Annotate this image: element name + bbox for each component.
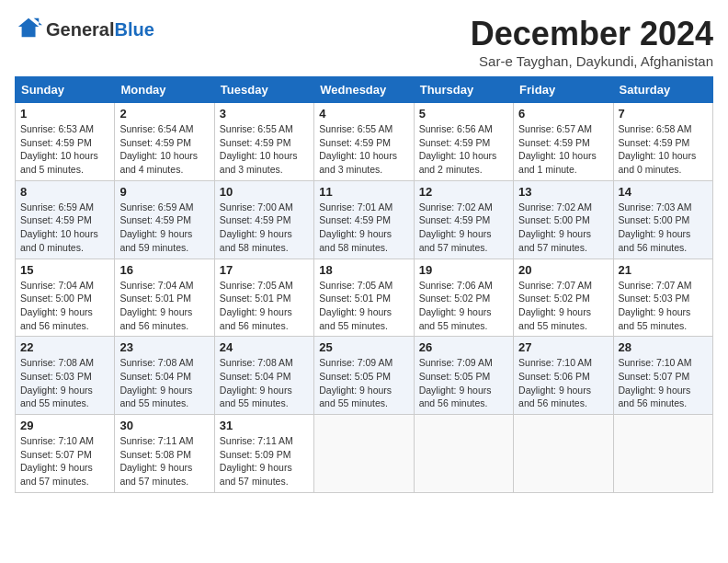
logo: GeneralBlue <box>15 15 154 44</box>
calendar-week-row: 1 Sunrise: 6:53 AM Sunset: 4:59 PM Dayli… <box>16 103 713 181</box>
day-info: Sunrise: 6:59 AM Sunset: 4:59 PM Dayligh… <box>119 201 193 253</box>
day-number: 9 <box>119 185 209 199</box>
day-number: 31 <box>220 419 309 432</box>
calendar-cell <box>514 415 613 493</box>
title-block: December 2024 Sar-e Tayghan, Daykundi, A… <box>471 15 713 69</box>
calendar-cell <box>613 415 712 493</box>
calendar-cell: 29 Sunrise: 7:10 AM Sunset: 5:07 PM Dayl… <box>16 415 115 493</box>
calendar-week-row: 15 Sunrise: 7:04 AM Sunset: 5:00 PM Dayl… <box>16 259 713 337</box>
day-info: Sunrise: 7:11 AM Sunset: 5:08 PM Dayligh… <box>119 435 193 487</box>
day-info: Sunrise: 6:53 AM Sunset: 4:59 PM Dayligh… <box>20 123 98 175</box>
day-number: 22 <box>20 340 109 354</box>
day-number: 16 <box>119 263 209 277</box>
day-info: Sunrise: 6:59 AM Sunset: 4:59 PM Dayligh… <box>20 201 98 253</box>
logo-blue: Blue <box>114 19 154 40</box>
calendar-cell: 23 Sunrise: 7:08 AM Sunset: 5:04 PM Dayl… <box>115 337 214 415</box>
day-number: 14 <box>619 185 708 199</box>
day-number: 19 <box>419 263 508 277</box>
day-number: 24 <box>220 340 309 354</box>
day-number: 23 <box>119 340 209 354</box>
logo-icon <box>17 15 42 40</box>
day-number: 1 <box>20 107 109 121</box>
calendar-cell: 8 Sunrise: 6:59 AM Sunset: 4:59 PM Dayli… <box>16 180 115 259</box>
day-info: Sunrise: 7:04 AM Sunset: 5:00 PM Dayligh… <box>20 280 94 331</box>
day-number: 17 <box>220 263 309 277</box>
calendar-cell: 9 Sunrise: 6:59 AM Sunset: 4:59 PM Dayli… <box>115 180 214 259</box>
day-info: Sunrise: 7:05 AM Sunset: 5:01 PM Dayligh… <box>220 280 293 331</box>
calendar-cell: 19 Sunrise: 7:06 AM Sunset: 5:02 PM Dayl… <box>414 259 513 337</box>
calendar-cell: 28 Sunrise: 7:10 AM Sunset: 5:07 PM Dayl… <box>613 337 712 415</box>
calendar-cell: 15 Sunrise: 7:04 AM Sunset: 5:00 PM Dayl… <box>16 259 115 337</box>
day-number: 4 <box>319 107 408 121</box>
day-number: 18 <box>319 263 408 277</box>
calendar-cell: 12 Sunrise: 7:02 AM Sunset: 4:59 PM Dayl… <box>414 180 513 259</box>
day-info: Sunrise: 7:07 AM Sunset: 5:02 PM Dayligh… <box>518 280 592 331</box>
day-info: Sunrise: 7:00 AM Sunset: 4:59 PM Dayligh… <box>220 201 293 253</box>
day-info: Sunrise: 7:07 AM Sunset: 5:03 PM Dayligh… <box>619 280 692 331</box>
calendar-cell: 2 Sunrise: 6:54 AM Sunset: 4:59 PM Dayli… <box>115 103 214 181</box>
calendar-cell: 20 Sunrise: 7:07 AM Sunset: 5:02 PM Dayl… <box>514 259 613 337</box>
calendar-weekday-wednesday: Wednesday <box>314 77 414 103</box>
calendar-week-row: 29 Sunrise: 7:10 AM Sunset: 5:07 PM Dayl… <box>16 415 713 493</box>
logo-general: General <box>46 19 114 40</box>
day-info: Sunrise: 6:58 AM Sunset: 4:59 PM Dayligh… <box>619 123 697 175</box>
calendar-weekday-sunday: Sunday <box>16 77 115 103</box>
calendar-cell: 31 Sunrise: 7:11 AM Sunset: 5:09 PM Dayl… <box>214 415 313 493</box>
calendar-header-row: SundayMondayTuesdayWednesdayThursdayFrid… <box>16 77 713 103</box>
day-number: 3 <box>220 107 309 121</box>
calendar-cell: 21 Sunrise: 7:07 AM Sunset: 5:03 PM Dayl… <box>613 259 712 337</box>
day-info: Sunrise: 7:02 AM Sunset: 4:59 PM Dayligh… <box>419 201 493 253</box>
day-number: 25 <box>319 340 408 354</box>
calendar-cell: 22 Sunrise: 7:08 AM Sunset: 5:03 PM Dayl… <box>16 337 115 415</box>
day-info: Sunrise: 6:56 AM Sunset: 4:59 PM Dayligh… <box>419 123 497 175</box>
day-info: Sunrise: 7:04 AM Sunset: 5:01 PM Dayligh… <box>119 280 193 331</box>
day-number: 27 <box>518 340 608 354</box>
calendar-cell: 14 Sunrise: 7:03 AM Sunset: 5:00 PM Dayl… <box>613 180 712 259</box>
calendar-body: 1 Sunrise: 6:53 AM Sunset: 4:59 PM Dayli… <box>16 103 713 493</box>
calendar-weekday-friday: Friday <box>514 77 613 103</box>
calendar-week-row: 8 Sunrise: 6:59 AM Sunset: 4:59 PM Dayli… <box>16 180 713 259</box>
svg-marker-0 <box>18 18 39 38</box>
day-number: 26 <box>419 340 508 354</box>
calendar-cell: 24 Sunrise: 7:08 AM Sunset: 5:04 PM Dayl… <box>214 337 313 415</box>
day-info: Sunrise: 7:08 AM Sunset: 5:04 PM Dayligh… <box>119 357 193 408</box>
calendar-week-row: 22 Sunrise: 7:08 AM Sunset: 5:03 PM Dayl… <box>16 337 713 415</box>
day-info: Sunrise: 7:02 AM Sunset: 5:00 PM Dayligh… <box>518 201 592 253</box>
calendar-weekday-saturday: Saturday <box>613 77 712 103</box>
day-number: 8 <box>20 185 109 199</box>
calendar-weekday-monday: Monday <box>115 77 214 103</box>
calendar-weekday-tuesday: Tuesday <box>214 77 313 103</box>
day-info: Sunrise: 6:55 AM Sunset: 4:59 PM Dayligh… <box>319 123 397 175</box>
calendar: SundayMondayTuesdayWednesdayThursdayFrid… <box>15 76 713 493</box>
calendar-weekday-thursday: Thursday <box>414 77 513 103</box>
calendar-cell: 1 Sunrise: 6:53 AM Sunset: 4:59 PM Dayli… <box>16 103 115 181</box>
day-info: Sunrise: 7:09 AM Sunset: 5:05 PM Dayligh… <box>419 357 493 408</box>
day-info: Sunrise: 7:10 AM Sunset: 5:07 PM Dayligh… <box>619 357 692 408</box>
day-number: 10 <box>220 185 309 199</box>
day-number: 12 <box>419 185 508 199</box>
calendar-cell: 4 Sunrise: 6:55 AM Sunset: 4:59 PM Dayli… <box>314 103 414 181</box>
calendar-cell: 6 Sunrise: 6:57 AM Sunset: 4:59 PM Dayli… <box>514 103 613 181</box>
day-info: Sunrise: 7:11 AM Sunset: 5:09 PM Dayligh… <box>220 435 293 487</box>
calendar-cell <box>414 415 513 493</box>
calendar-cell: 25 Sunrise: 7:09 AM Sunset: 5:05 PM Dayl… <box>314 337 414 415</box>
day-number: 5 <box>419 107 508 121</box>
calendar-cell: 30 Sunrise: 7:11 AM Sunset: 5:08 PM Dayl… <box>115 415 214 493</box>
day-number: 6 <box>518 107 608 121</box>
calendar-cell: 10 Sunrise: 7:00 AM Sunset: 4:59 PM Dayl… <box>214 180 313 259</box>
day-number: 13 <box>518 185 608 199</box>
day-info: Sunrise: 7:08 AM Sunset: 5:04 PM Dayligh… <box>220 357 293 408</box>
day-number: 7 <box>619 107 708 121</box>
calendar-cell: 18 Sunrise: 7:05 AM Sunset: 5:01 PM Dayl… <box>314 259 414 337</box>
calendar-cell: 11 Sunrise: 7:01 AM Sunset: 4:59 PM Dayl… <box>314 180 414 259</box>
calendar-cell: 16 Sunrise: 7:04 AM Sunset: 5:01 PM Dayl… <box>115 259 214 337</box>
day-number: 2 <box>119 107 209 121</box>
calendar-cell: 17 Sunrise: 7:05 AM Sunset: 5:01 PM Dayl… <box>214 259 313 337</box>
day-info: Sunrise: 7:10 AM Sunset: 5:06 PM Dayligh… <box>518 357 592 408</box>
month-title: December 2024 <box>471 15 713 53</box>
calendar-cell: 3 Sunrise: 6:55 AM Sunset: 4:59 PM Dayli… <box>214 103 313 181</box>
page-header: GeneralBlue December 2024 Sar-e Tayghan,… <box>15 15 713 69</box>
location: Sar-e Tayghan, Daykundi, Afghanistan <box>471 53 713 69</box>
day-info: Sunrise: 7:10 AM Sunset: 5:07 PM Dayligh… <box>20 435 94 487</box>
day-number: 30 <box>119 419 209 432</box>
